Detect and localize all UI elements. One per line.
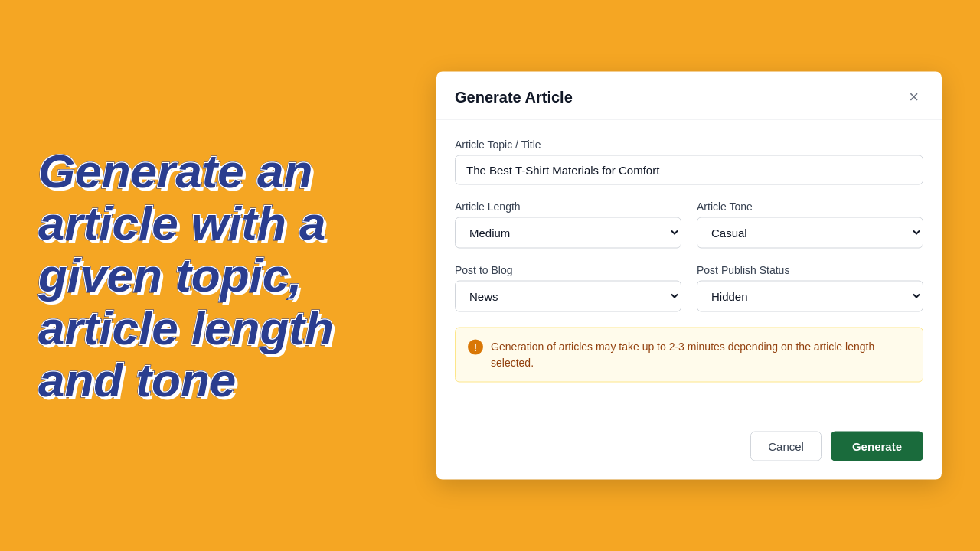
blog-status-row: Post to Blog News Technology Lifestyle F… [455,264,923,312]
length-select[interactable]: Short Medium Long [455,217,681,249]
blog-select[interactable]: News Technology Lifestyle Fashion [455,281,681,312]
topic-input[interactable] [455,155,923,185]
alert-box: ! Generation of articles may take up to … [455,328,923,383]
modal-header: Generate Article × [436,72,942,120]
tone-select[interactable]: Formal Casual Friendly Professional [697,217,923,249]
tone-col: Article Tone Formal Casual Friendly Prof… [697,201,923,249]
alert-message: Generation of articles may take up to 2-… [491,339,910,371]
tone-label: Article Tone [697,201,923,213]
alert-icon: ! [468,340,483,355]
length-label: Article Length [455,201,681,213]
modal-body: Article Topic / Title Article Length Sho… [436,120,942,419]
topic-label: Article Topic / Title [455,139,923,151]
background-text: Generate an article with a given topic, … [38,145,406,406]
blog-col: Post to Blog News Technology Lifestyle F… [455,264,681,312]
background-headline: Generate an article with a given topic, … [38,145,406,406]
status-select[interactable]: Published Hidden Draft [697,281,923,312]
length-tone-row: Article Length Short Medium Long Article… [455,201,923,249]
modal-dialog: Generate Article × Article Topic / Title… [436,72,942,480]
status-col: Post Publish Status Published Hidden Dra… [697,264,923,312]
cancel-button[interactable]: Cancel [750,432,822,461]
topic-group: Article Topic / Title [455,139,923,185]
close-button[interactable]: × [904,87,923,107]
modal-overlay: Generate Article × Article Topic / Title… [436,72,942,480]
generate-button[interactable]: Generate [831,432,923,461]
length-col: Article Length Short Medium Long [455,201,681,249]
modal-title: Generate Article [455,88,573,106]
status-label: Post Publish Status [697,264,923,276]
modal-footer: Cancel Generate [436,419,942,480]
blog-label: Post to Blog [455,264,681,276]
